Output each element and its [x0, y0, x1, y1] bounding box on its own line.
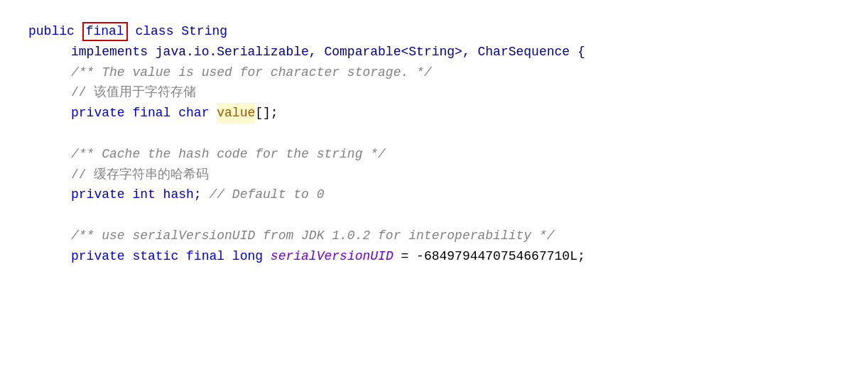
keyword-public: public	[28, 21, 82, 42]
comment-value-doc: /** The value is used for character stor…	[71, 62, 432, 83]
implements-line: implements java.io.Serializable, Compara…	[71, 42, 585, 62]
keyword-private-static-final-long: private static final long	[71, 246, 271, 267]
var-serialVersionUID: serialVersionUID	[271, 246, 394, 267]
keyword-private-int-hash: private int hash;	[71, 185, 209, 205]
array-brackets-semicolon: [];	[255, 103, 278, 123]
line-1: public final class String	[28, 21, 840, 42]
blank-line-1	[28, 123, 840, 144]
keyword-final-highlighted: final	[82, 22, 128, 41]
comment-default-zero: // Default to 0	[209, 185, 324, 205]
line-3-comment: /** The value is used for character stor…	[28, 62, 840, 83]
line-5-field-value: private final char value[];	[28, 103, 840, 123]
blank-line-2	[28, 205, 840, 226]
keyword-private-final-char: private final char	[71, 103, 217, 123]
comment-chinese-hash: // 缓存字符串的哈希码	[71, 165, 209, 185]
code-block: public final class String implements jav…	[28, 21, 840, 267]
line-4-chinese-comment: // 该值用于字符存储	[28, 82, 840, 103]
comment-hash-doc: /** Cache the hash code for the string *…	[71, 144, 386, 165]
line-8-field-hash: private int hash; // Default to 0	[28, 185, 840, 205]
comment-serialuid-doc: /** use serialVersionUID from JDK 1.0.2 …	[71, 226, 555, 246]
line-7-chinese-comment: // 缓存字符串的哈希码	[28, 165, 840, 185]
serialuid-value: = -6849794470754667710L;	[394, 246, 585, 267]
line-10-field-serialuid: private static final long serialVersionU…	[28, 246, 840, 267]
keyword-class: class String	[128, 21, 227, 42]
comment-chinese-value: // 该值用于字符存储	[71, 82, 196, 103]
line-9-comment: /** use serialVersionUID from JDK 1.0.2 …	[28, 226, 840, 246]
var-value-highlighted: value	[217, 103, 255, 123]
line-6-comment: /** Cache the hash code for the string *…	[28, 144, 840, 165]
line-2: implements java.io.Serializable, Compara…	[28, 42, 840, 62]
